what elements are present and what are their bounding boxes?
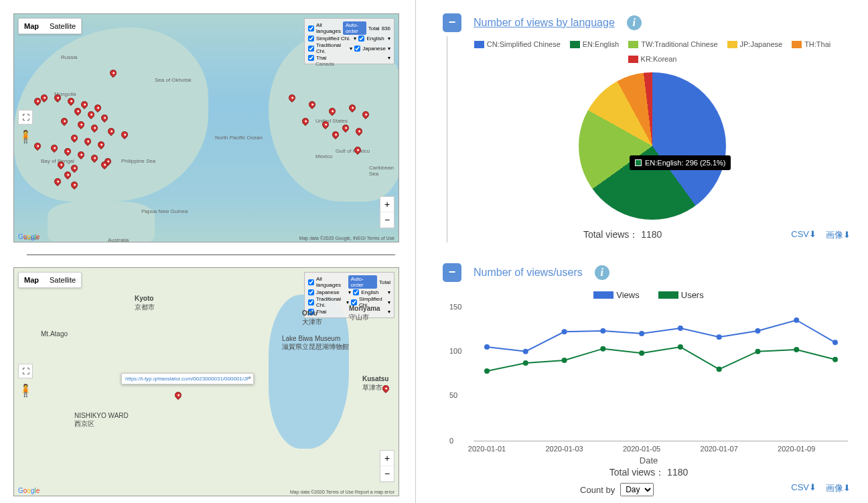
svg-point-14	[639, 350, 644, 356]
svg-point-16	[717, 366, 722, 372]
svg-point-3	[600, 328, 605, 334]
pegman-icon-2[interactable]: 🧍	[18, 383, 33, 402]
map-language-filter[interactable]: All languages Auto-order Total 836 Simpl…	[304, 18, 394, 64]
map-type-map[interactable]: Map	[19, 19, 44, 33]
legend-label: TW:Traditional Chinese	[641, 40, 717, 48]
line-legend: Views Users	[443, 286, 855, 304]
city-label: Mt.Atago	[41, 330, 68, 338]
export-image-button-2[interactable]: 画像⬇	[826, 482, 851, 494]
legend-item[interactable]: KR:Korean	[628, 55, 677, 63]
svg-point-18	[794, 347, 799, 352]
zoom-control-2[interactable]: +−	[380, 450, 394, 482]
collapse-button-2[interactable]: −	[443, 263, 461, 282]
city-label: Kusatsu	[362, 375, 388, 382]
y-tick: 50	[449, 391, 457, 399]
google-logo: Google	[18, 233, 40, 240]
svg-point-12	[562, 358, 567, 363]
map-attribution: Map data ©2020 Google, INEGI Terms of Us…	[299, 236, 394, 240]
svg-point-2	[562, 329, 567, 334]
legend-item[interactable]: Users	[658, 290, 704, 300]
lbl2-total: Total	[379, 279, 390, 285]
map-label: Caribbean Sea	[369, 165, 399, 177]
legend-item[interactable]: JP:Japanese	[727, 40, 783, 48]
chk-tw[interactable]	[308, 46, 314, 52]
collapse-button[interactable]: −	[443, 13, 461, 32]
legend-item[interactable]: Views	[593, 290, 639, 300]
legend-swatch	[792, 41, 802, 48]
svg-point-1	[523, 349, 528, 354]
city-label: 草津市	[362, 383, 382, 392]
svg-point-4	[639, 331, 644, 336]
map-type-satellite[interactable]: Satellite	[44, 19, 81, 33]
svg-point-7	[755, 328, 760, 334]
city-label: 西京区	[74, 419, 94, 429]
x-axis-label: Date	[443, 455, 855, 465]
chk2-jp[interactable]	[308, 289, 314, 295]
lbl-jp: Japanese	[362, 46, 386, 52]
zoom-out[interactable]: −	[380, 212, 394, 228]
close-icon[interactable]: ×	[248, 374, 252, 380]
svg-point-15	[678, 344, 683, 350]
lbl2-all: All languages	[316, 276, 346, 288]
city-label: Otsu	[302, 309, 317, 317]
world-map[interactable]: Map Satellite All languages Auto-order T…	[13, 13, 399, 242]
map-label: Australia	[108, 237, 129, 242]
chk2-tw[interactable]	[308, 299, 314, 305]
tooltip-url-text[interactable]: https://t-typ.qrtranslator.com/002300003…	[125, 376, 250, 382]
line-chart[interactable]: 150 100 50 0 2020-01-012020-01-032020-01…	[449, 307, 848, 441]
lbl2-jp: Japanese	[316, 289, 340, 295]
map-pin[interactable]	[381, 384, 390, 393]
legend-item[interactable]: EN:English	[570, 40, 619, 48]
city-label: NISHIKYO WARD	[74, 412, 129, 419]
zoom-control[interactable]: +−	[380, 196, 394, 228]
chk-th[interactable]	[308, 55, 314, 61]
city-label: Moriyama	[349, 305, 380, 312]
fullscreen-icon[interactable]: ⛶	[18, 110, 33, 125]
map-pin[interactable]	[173, 390, 183, 400]
map-type-control[interactable]: Map Satellite	[18, 18, 82, 34]
map-type-satellite-2[interactable]: Satellite	[44, 273, 81, 287]
svg-point-0	[484, 344, 490, 350]
pie-legend: CN:Simplified Chinese EN:English TW:Trad…	[450, 36, 855, 70]
zoom-in[interactable]: +	[380, 197, 394, 212]
chk-en[interactable]	[358, 35, 364, 42]
countby-select[interactable]: Day	[620, 483, 654, 496]
chk-cn[interactable]	[308, 35, 314, 42]
city-label: 大津市	[302, 317, 322, 327]
svg-point-6	[717, 334, 722, 340]
zoom-out-2[interactable]: −	[380, 466, 394, 482]
lbl2-en: English	[361, 289, 378, 295]
export-image-button[interactable]: 画像⬇	[826, 229, 851, 241]
svg-point-11	[523, 360, 528, 366]
export-csv-button-2[interactable]: CSV⬇	[791, 482, 816, 494]
legend-swatch	[474, 41, 484, 48]
legend-item[interactable]: TW:Traditional Chinese	[628, 40, 717, 48]
fullscreen-icon-2[interactable]: ⛶	[18, 364, 33, 378]
svg-point-19	[833, 357, 838, 362]
tooltip-text: EN:English: 296 (25.1%)	[645, 159, 725, 167]
y-tick: 0	[449, 437, 453, 445]
pegman-icon[interactable]: 🧍	[18, 129, 33, 148]
info-icon[interactable]: i	[627, 15, 642, 30]
legend-label: EN:English	[583, 40, 619, 48]
google-logo-2: Google	[18, 487, 40, 494]
map-type-control-2[interactable]: Map Satellite	[18, 272, 82, 288]
map-label: Russia	[61, 54, 77, 60]
chk-jp[interactable]	[354, 46, 360, 52]
legend-item[interactable]: CN:Simplified Chinese	[474, 40, 561, 48]
legend-item[interactable]: TH:Thai	[792, 40, 830, 48]
chk-all-lang[interactable]	[308, 25, 314, 31]
map-type-map-2[interactable]: Map	[19, 273, 44, 287]
city-map[interactable]: Map Satellite All languages Auto-order T…	[13, 267, 399, 496]
city-label: 守山市	[349, 313, 369, 322]
chk2-all[interactable]	[308, 279, 314, 285]
info-icon-2[interactable]: i	[595, 265, 609, 280]
export-csv-button[interactable]: CSV⬇	[791, 229, 816, 241]
legend-swatch	[628, 41, 638, 48]
legend-label: Users	[681, 290, 704, 300]
lbl2-tw: Traditional Chi.	[316, 296, 344, 308]
zoom-in-2[interactable]: +	[380, 451, 394, 466]
chk2-en[interactable]	[353, 289, 359, 295]
x-tick: 2020-01-01	[468, 445, 506, 453]
pie-chart[interactable]	[579, 72, 726, 220]
